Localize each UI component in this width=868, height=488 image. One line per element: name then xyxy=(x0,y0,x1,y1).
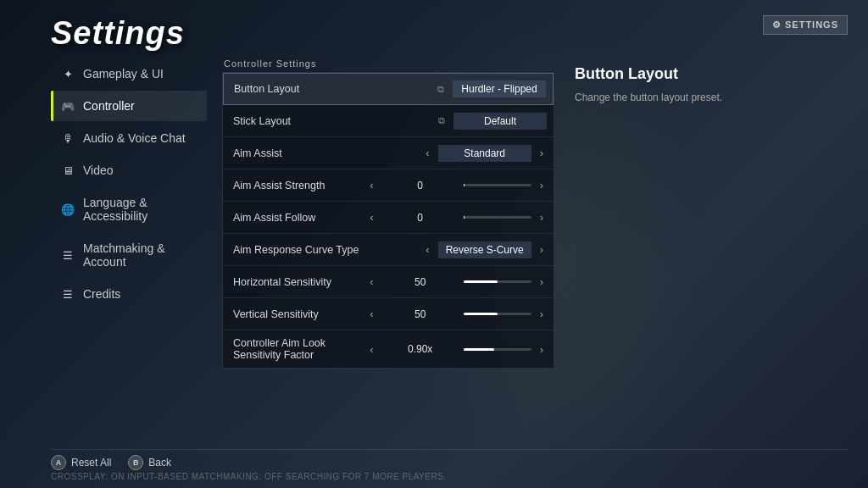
button-layout-control: ⧉ Hurdler - Flipped xyxy=(434,80,546,97)
setting-row-aim-response-curve[interactable]: Aim Response Curve Type ‹ Reverse S-Curv… xyxy=(223,234,554,266)
settings-list: Button Layout ⧉ Hurdler - Flipped Stick … xyxy=(222,72,554,369)
controller-aim-look-control: ‹ 0.90x › xyxy=(366,341,547,358)
video-label: Video xyxy=(83,164,114,177)
controller-aim-look-label: Controller Aim Look Sensitivity Factor xyxy=(230,330,366,368)
aim-assist-follow-slider-fill xyxy=(464,216,465,219)
horizontal-sensitivity-right-arrow[interactable]: › xyxy=(537,274,547,290)
aim-assist-strength-value: 0 xyxy=(382,180,459,191)
setting-row-vertical-sensitivity[interactable]: Vertical Sensitivity ‹ 50 › xyxy=(223,298,554,330)
sidebar-item-controller[interactable]: 🎮 Controller xyxy=(51,91,207,121)
setting-row-aim-assist-strength[interactable]: Aim Assist Strength ‹ 0 › xyxy=(223,169,554,202)
aim-response-curve-value: Reverse S-Curve xyxy=(438,241,531,258)
vertical-sensitivity-right-arrow[interactable]: › xyxy=(537,306,547,322)
right-panel: Button Layout Change the button layout p… xyxy=(554,58,724,439)
setting-row-controller-aim-look[interactable]: Controller Aim Look Sensitivity Factor ‹… xyxy=(223,330,554,369)
horizontal-sensitivity-control: ‹ 50 › xyxy=(366,274,547,290)
main-content: ✦ Gameplay & UI 🎮 Controller 🎙 Audio & V… xyxy=(0,58,868,439)
controller-aim-look-left-arrow[interactable]: ‹ xyxy=(366,341,376,358)
aim-assist-follow-label: Aim Assist Follow xyxy=(230,205,366,230)
aim-response-curve-right-arrow[interactable]: › xyxy=(537,241,547,258)
vertical-sensitivity-value: 50 xyxy=(382,308,459,320)
vertical-sensitivity-slider[interactable] xyxy=(464,313,531,315)
info-title: Button Layout xyxy=(575,65,724,83)
aim-response-curve-left-arrow[interactable]: ‹ xyxy=(422,241,432,258)
back-icon: B xyxy=(128,455,143,470)
horizontal-sensitivity-value: 50 xyxy=(382,276,459,288)
aim-assist-follow-slider[interactable] xyxy=(464,216,531,219)
status-bar: CROSSPLAY: ON INPUT-BASED MATCHMAKING: O… xyxy=(51,472,848,481)
button-layout-label: Button Layout xyxy=(231,76,434,102)
page-title: Settings xyxy=(51,15,185,52)
gameplay-ui-label: Gameplay & UI xyxy=(83,67,164,80)
aim-assist-strength-control: ‹ 0 › xyxy=(366,177,547,193)
footer: A Reset All B Back CROSSPLAY: ON INPUT-B… xyxy=(0,439,868,488)
sidebar-item-video[interactable]: 🖥 Video xyxy=(51,155,207,186)
aim-response-curve-label: Aim Response Curve Type xyxy=(230,237,422,263)
horizontal-sensitivity-slider[interactable] xyxy=(464,280,531,283)
controller-icon: 🎮 xyxy=(61,100,75,113)
info-description: Change the button layout preset. xyxy=(575,90,724,105)
stick-layout-value: Default xyxy=(453,113,547,130)
sidebar-item-language-accessibility[interactable]: 🌐 Language & Accessibility xyxy=(51,187,207,231)
controller-label: Controller xyxy=(83,99,135,113)
header: Settings ⚙ SETTINGS xyxy=(0,0,868,58)
aim-assist-strength-label: Aim Assist Strength xyxy=(230,173,366,198)
controller-aim-look-slider[interactable] xyxy=(464,348,531,351)
aim-assist-follow-value: 0 xyxy=(382,212,459,224)
gameplay-ui-icon: ✦ xyxy=(61,68,75,80)
aim-assist-right-arrow[interactable]: › xyxy=(537,145,547,161)
matchmaking-account-label: Matchmaking & Account xyxy=(83,241,197,269)
button-layout-value: Hurdler - Flipped xyxy=(453,80,546,97)
horizontal-sensitivity-slider-fill xyxy=(464,280,498,283)
stick-layout-label: Stick Layout xyxy=(230,108,435,134)
aim-assist-follow-left-arrow[interactable]: ‹ xyxy=(366,209,376,225)
controller-aim-look-value: 0.90x xyxy=(382,343,459,355)
vertical-sensitivity-label: Vertical Sensitivity xyxy=(230,302,366,327)
sidebar-item-credits[interactable]: ☰ Credits xyxy=(51,279,207,309)
setting-row-stick-layout[interactable]: Stick Layout ⧉ Default xyxy=(223,105,554,137)
aim-assist-follow-control: ‹ 0 › xyxy=(366,209,547,225)
video-icon: 🖥 xyxy=(61,164,75,177)
setting-row-horizontal-sensitivity[interactable]: Horizontal Sensitivity ‹ 50 › xyxy=(223,266,554,298)
sidebar-item-matchmaking-account[interactable]: ☰ Matchmaking & Account xyxy=(51,233,207,277)
audio-voice-icon: 🎙 xyxy=(61,132,75,145)
back-button[interactable]: B Back xyxy=(128,455,171,470)
aim-assist-strength-left-arrow[interactable]: ‹ xyxy=(366,177,376,193)
vertical-sensitivity-left-arrow[interactable]: ‹ xyxy=(366,306,376,322)
aim-assist-strength-slider-fill xyxy=(464,184,465,186)
sidebar-item-audio-voice[interactable]: 🎙 Audio & Voice Chat xyxy=(51,123,207,153)
horizontal-sensitivity-label: Horizontal Sensitivity xyxy=(230,269,366,295)
reset-all-button[interactable]: A Reset All xyxy=(51,455,111,470)
controller-aim-look-slider-fill xyxy=(464,348,494,351)
aim-assist-strength-slider[interactable] xyxy=(464,184,531,186)
controller-aim-look-right-arrow[interactable]: › xyxy=(537,341,547,358)
setting-row-aim-assist-follow[interactable]: Aim Assist Follow ‹ 0 › xyxy=(223,202,554,234)
footer-divider xyxy=(51,449,848,450)
aim-assist-left-arrow[interactable]: ‹ xyxy=(422,145,432,161)
footer-buttons: A Reset All B Back xyxy=(51,455,848,470)
aim-assist-strength-right-arrow[interactable]: › xyxy=(537,177,547,193)
credits-icon: ☰ xyxy=(61,288,75,301)
language-accessibility-icon: 🌐 xyxy=(61,203,75,216)
reset-label: Reset All xyxy=(71,457,111,469)
credits-label: Credits xyxy=(83,287,120,301)
aim-assist-control: ‹ Standard › xyxy=(422,145,547,162)
back-label: Back xyxy=(148,457,171,469)
aim-response-curve-control: ‹ Reverse S-Curve › xyxy=(422,241,547,258)
sidebar-item-gameplay-ui[interactable]: ✦ Gameplay & UI xyxy=(51,58,207,89)
language-accessibility-label: Language & Accessibility xyxy=(83,196,197,223)
middle-panel: Controller Settings Button Layout ⧉ Hurd… xyxy=(215,58,554,439)
stick-layout-control: ⧉ Default xyxy=(435,113,547,130)
panel-title: Controller Settings xyxy=(222,58,554,69)
vertical-sensitivity-control: ‹ 50 › xyxy=(366,306,547,322)
horizontal-sensitivity-left-arrow[interactable]: ‹ xyxy=(366,274,376,290)
button-layout-ext-icon[interactable]: ⧉ xyxy=(437,84,444,95)
stick-layout-ext-icon[interactable]: ⧉ xyxy=(438,115,445,126)
aim-assist-follow-right-arrow[interactable]: › xyxy=(537,209,547,225)
aim-assist-label: Aim Assist xyxy=(230,141,422,166)
settings-badge: ⚙ SETTINGS xyxy=(763,15,848,35)
reset-icon: A xyxy=(51,455,66,470)
setting-row-aim-assist[interactable]: Aim Assist ‹ Standard › xyxy=(223,137,554,169)
setting-row-button-layout[interactable]: Button Layout ⧉ Hurdler - Flipped xyxy=(223,73,554,105)
sidebar: ✦ Gameplay & UI 🎮 Controller 🎙 Audio & V… xyxy=(20,58,215,439)
